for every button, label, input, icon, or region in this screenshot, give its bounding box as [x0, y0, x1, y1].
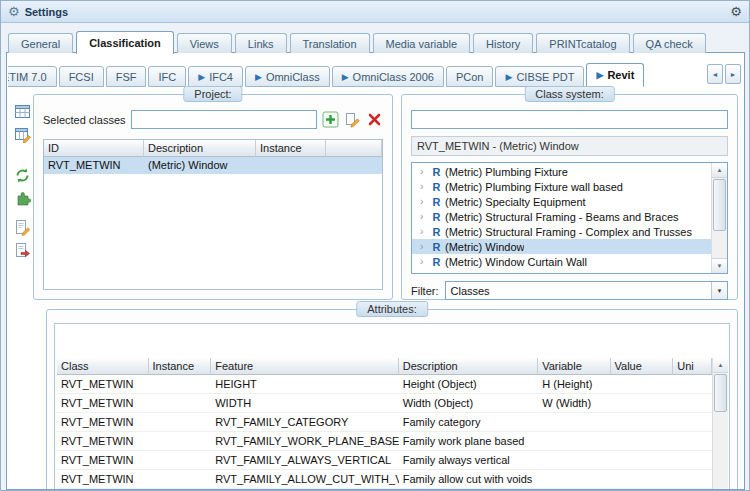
gear-icon[interactable]: ⚙ — [730, 5, 742, 18]
tree-item-label: (Metric) Structural Framing - Complex an… — [445, 226, 692, 238]
cell — [538, 470, 610, 488]
filter-label: Filter: — [411, 285, 439, 297]
delete-class-button[interactable] — [366, 111, 383, 128]
tree-scrollbar[interactable]: ▲ ▼ — [711, 163, 727, 273]
table-row[interactable]: RVT_METWINHEIGHTHeight (Object)H (Height… — [57, 375, 712, 394]
subtab-fsf[interactable]: FSF — [106, 66, 147, 87]
table-row[interactable]: RVT_METWINRVT_FAMILY_ALWAYS_VERTICALFami… — [57, 451, 712, 470]
revit-r-icon: R — [431, 196, 442, 208]
cell — [611, 451, 674, 469]
tab-history[interactable]: History — [473, 33, 533, 53]
attributes-scrollbar[interactable]: ▲ — [712, 358, 728, 490]
cell — [149, 413, 212, 431]
chevron-right-icon[interactable]: › — [420, 209, 428, 224]
tab-views[interactable]: Views — [177, 33, 232, 53]
subtab-fcsi[interactable]: FCSI — [59, 66, 104, 87]
column-header-feature[interactable]: Feature — [211, 358, 398, 375]
sync-green-icon[interactable] — [14, 167, 31, 184]
column-header-instance[interactable]: Instance — [149, 358, 212, 375]
tab-general[interactable]: General — [8, 33, 73, 53]
tab-translation[interactable]: Translation — [290, 33, 370, 53]
tree-item-label: (Metric) Structural Framing - Beams and … — [445, 211, 679, 223]
subtab-ifc[interactable]: IFC — [148, 66, 186, 87]
chevron-right-icon[interactable]: › — [420, 254, 428, 269]
subtab-cibse-pdt[interactable]: ▶CIBSE PDT — [495, 66, 584, 87]
column-header-instance[interactable]: Instance — [256, 140, 326, 157]
subtab-omniclass-2006[interactable]: ▶OmniClass 2006 — [332, 66, 444, 87]
column-header-description[interactable]: Description — [144, 140, 256, 157]
cell: RVT_METWIN — [57, 413, 149, 431]
column-header-id[interactable]: ID — [44, 140, 144, 157]
tree-item[interactable]: ›R(Metric) Plumbing Fixture — [412, 164, 711, 179]
scroll-up-icon[interactable]: ▲ — [712, 163, 727, 178]
subtab-scroll-right-button[interactable]: ► — [725, 64, 741, 84]
edit-class-button[interactable] — [344, 111, 361, 128]
subtab-etim-7-0[interactable]: ETIM 7.0 — [8, 66, 57, 87]
table-icon[interactable] — [14, 103, 31, 120]
cell — [326, 157, 382, 174]
subtab-ifc4[interactable]: ▶IFC4 — [188, 66, 243, 87]
tree-item[interactable]: ›R(Metric) Plumbing Fixture wall based — [412, 179, 711, 194]
export-document-icon[interactable] — [14, 242, 31, 259]
tab-qa-check[interactable]: QA check — [633, 33, 706, 53]
filter-dropdown[interactable]: Classes ▼ — [445, 281, 729, 300]
subtab-pcon[interactable]: PCon — [446, 66, 494, 87]
attributes-group-title: Attributes: — [356, 301, 428, 317]
table-row[interactable]: RVT_METWINRVT_FAMILY_WORK_PLANE_BASEDFam… — [57, 432, 712, 451]
subtab-revit[interactable]: ▶Revit — [586, 63, 644, 87]
cell — [673, 413, 712, 431]
tree-item[interactable]: ›R(Metric) Structural Framing - Complex … — [412, 224, 711, 239]
plugin-green-icon[interactable] — [14, 190, 31, 207]
tab-media-variable[interactable]: Media variable — [373, 33, 471, 53]
dropdown-arrow-icon[interactable]: ▼ — [711, 282, 727, 299]
revit-r-icon: R — [431, 211, 442, 223]
table-row[interactable]: RVT_METWINRVT_FAMILY_ALLOW_CUT_WITH_VOID… — [57, 470, 712, 489]
chevron-right-icon[interactable]: › — [420, 179, 428, 194]
main-tab-bar: GeneralClassificationViewsLinksTranslati… — [8, 30, 706, 53]
table-row[interactable]: RVT_METWINRVT_FAMILY_CATEGORYFamily cate… — [57, 413, 712, 432]
class-search-input[interactable] — [411, 110, 728, 129]
tree-item[interactable]: ›R(Metric) Window Curtain Wall — [412, 254, 711, 269]
column-header-value[interactable]: Value — [611, 358, 674, 375]
cell — [611, 394, 674, 412]
chevron-right-icon[interactable]: › — [420, 239, 428, 254]
subtab-label: ETIM 7.0 — [8, 71, 47, 83]
table-edit-icon[interactable] — [14, 126, 31, 143]
tree-item-label: (Metric) Window — [445, 241, 524, 253]
tree-item[interactable]: ›R(Metric) Structural Framing - Beams an… — [412, 209, 711, 224]
cell: (Metric) Window — [144, 157, 256, 174]
add-class-button[interactable] — [322, 111, 339, 128]
subtab-omniclass[interactable]: ▶OmniClass — [245, 66, 330, 87]
column-header-filler[interactable] — [326, 140, 382, 157]
tree-item[interactable]: ›R(Metric) Window — [412, 239, 711, 254]
column-header-variable[interactable]: Variable — [538, 358, 610, 375]
subtab-label: PCon — [456, 71, 484, 83]
scrollbar-thumb[interactable] — [714, 374, 727, 412]
chevron-right-icon[interactable]: › — [420, 194, 428, 209]
chevron-right-icon[interactable]: › — [420, 164, 428, 179]
scroll-down-icon[interactable]: ▼ — [712, 258, 727, 273]
revit-r-icon: R — [431, 241, 442, 253]
column-header-uni[interactable]: Uni — [673, 358, 712, 375]
cell — [149, 470, 212, 488]
filter-row: Filter: Classes ▼ — [411, 281, 728, 300]
tab-links[interactable]: Links — [235, 33, 287, 53]
attributes-group: Attributes: ClassInstanceFeatureDescript… — [46, 309, 738, 490]
cell — [538, 413, 610, 431]
tab-classification[interactable]: Classification — [76, 31, 174, 54]
column-header-description[interactable]: Description — [399, 358, 538, 375]
settings-window: ⚙ Settings ⚙ GeneralClassificationViewsL… — [0, 0, 750, 491]
project-table: IDDescriptionInstance RVT_METWIN(Metric)… — [43, 139, 383, 290]
tab-printcatalog[interactable]: PRINTcatalog — [536, 33, 629, 53]
edit-document-icon[interactable] — [14, 219, 31, 236]
cell: RVT_FAMILY_ALLOW_CUT_WITH_VOIDS — [211, 470, 399, 488]
table-row[interactable]: RVT_METWIN(Metric) Window — [44, 157, 382, 174]
subtab-scroll-left-button[interactable]: ◄ — [707, 64, 723, 84]
chevron-right-icon[interactable]: › — [420, 224, 428, 239]
column-header-class[interactable]: Class — [57, 358, 149, 375]
tree-item[interactable]: ›R(Metric) Specialty Equipment — [412, 194, 711, 209]
selected-classes-input[interactable] — [131, 110, 317, 129]
table-row[interactable]: RVT_METWINWIDTHWidth (Object)W (Width) — [57, 394, 712, 413]
scrollbar-thumb[interactable] — [713, 179, 726, 231]
scroll-up-icon[interactable]: ▲ — [713, 358, 728, 373]
